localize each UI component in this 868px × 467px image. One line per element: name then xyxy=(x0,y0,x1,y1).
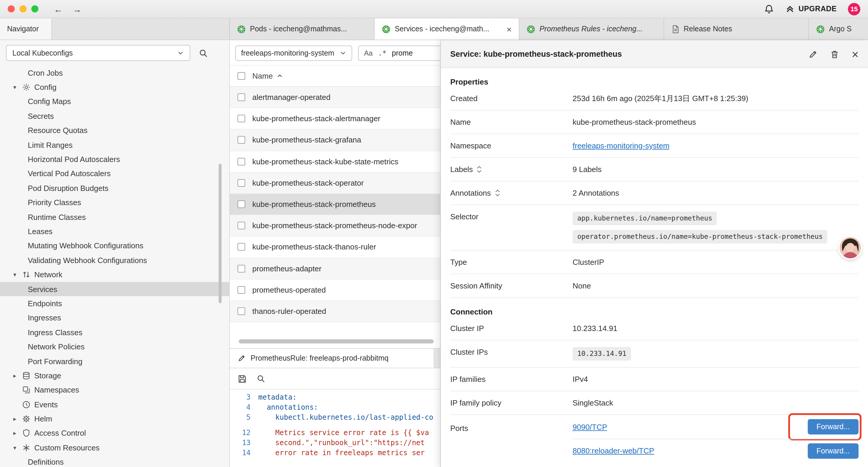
sidebar-item-label: Helm xyxy=(34,414,52,423)
sidebar-item-label: Definitions xyxy=(28,458,64,466)
detail-row-cluster-ip: Cluster IP 10.233.14.91 xyxy=(450,317,859,341)
row-value: kube-prometheus-stack-prometheus xyxy=(572,117,696,127)
row-checkbox[interactable] xyxy=(238,308,245,315)
detail-row-labels: Labels 9 Labels xyxy=(450,158,859,181)
sort-ascending-icon xyxy=(276,73,283,79)
notifications-bell-icon[interactable] xyxy=(764,4,774,14)
sidebar-item-storage[interactable]: ▸ Storage xyxy=(0,368,229,383)
tab-argo[interactable]: Argo S xyxy=(809,18,868,39)
sidebar-item-mutating-webhook-configurations[interactable]: Mutating Webhook Configurations xyxy=(0,238,229,253)
sidebar-scrollbar[interactable] xyxy=(219,164,222,303)
row-checkbox[interactable] xyxy=(238,93,245,101)
gear-icon xyxy=(22,83,31,92)
upgrade-button[interactable]: UPGRADE xyxy=(785,4,837,13)
sidebar-item-validating-webhook-configurations[interactable]: Validating Webhook Configurations xyxy=(0,253,229,267)
editor-search-icon[interactable] xyxy=(256,374,265,383)
sidebar-item-cron-jobs[interactable]: Cron Jobs xyxy=(0,66,229,80)
row-name: alertmanager-operated xyxy=(252,93,331,102)
forward-button-9090[interactable]: Forward... xyxy=(807,419,859,435)
sidebar-item-network[interactable]: ▾ Network xyxy=(0,267,229,282)
titlebar: ← → UPGRADE 15 xyxy=(0,0,868,18)
delete-trash-icon[interactable] xyxy=(831,49,839,59)
tab-label: Prometheus Rules - icecheng... xyxy=(539,25,656,33)
row-checkbox[interactable] xyxy=(238,243,245,251)
row-name: kube-prometheus-stack-grafana xyxy=(252,136,361,145)
row-name: kube-prometheus-stack-prometheus xyxy=(252,200,376,209)
sidebar-item-pod-disruption-budgets[interactable]: Pod Disruption Budgets xyxy=(0,181,229,195)
section-heading-properties: Properties xyxy=(450,78,859,87)
row-checkbox[interactable] xyxy=(238,265,245,272)
port-link-8080[interactable]: 8080:reloader-web/TCP xyxy=(572,446,654,456)
tab-services[interactable]: Services - icecheng@math... × xyxy=(375,18,519,39)
sidebar-item-secrets[interactable]: Secrets xyxy=(0,109,229,123)
close-tab-icon[interactable]: × xyxy=(506,25,512,33)
row-checkbox[interactable] xyxy=(238,179,245,187)
sidebar-item-config[interactable]: ▾ Config xyxy=(0,80,229,95)
expand-collapse-icon[interactable] xyxy=(494,189,500,197)
sidebar-item-port-forwarding[interactable]: Port Forwarding xyxy=(0,354,229,369)
sidebar-item-ingresses[interactable]: Ingresses xyxy=(0,311,229,325)
notification-count-badge[interactable]: 15 xyxy=(848,3,860,15)
row-value: ClusterIP xyxy=(572,257,604,267)
sidebar-item-vertical-pod-autoscalers[interactable]: Vertical Pod Autoscalers xyxy=(0,167,229,181)
dock-tab-prometheusrule[interactable]: PrometheusRule: freeleaps-prod-rabbitmq xyxy=(230,349,434,368)
sidebar-item-helm[interactable]: ▸ Helm xyxy=(0,412,229,426)
sidebar-item-config-maps[interactable]: Config Maps xyxy=(0,95,229,109)
sidebar-item-limit-ranges[interactable]: Limit Ranges xyxy=(0,138,229,152)
sidebar-search-icon[interactable] xyxy=(198,48,208,58)
line-code: metadata: xyxy=(258,392,297,403)
sidebar-item-label: Resource Quotas xyxy=(28,126,88,135)
row-checkbox[interactable] xyxy=(238,136,245,144)
kubeconfig-selector[interactable]: Local Kubeconfigs xyxy=(6,45,190,61)
row-checkbox[interactable] xyxy=(238,200,245,208)
back-button[interactable]: ← xyxy=(54,4,63,14)
row-checkbox[interactable] xyxy=(238,222,245,229)
sidebar-item-definitions[interactable]: Definitions xyxy=(0,455,229,467)
row-checkbox[interactable] xyxy=(238,115,245,123)
maximize-window-button[interactable] xyxy=(31,5,38,12)
drawer-header-actions: × xyxy=(809,48,859,60)
navigator-tab[interactable]: Navigator xyxy=(0,18,52,39)
name-column-header[interactable]: Name xyxy=(252,71,283,80)
minimize-window-button[interactable] xyxy=(20,5,27,12)
sidebar-item-priority-classes[interactable]: Priority Classes xyxy=(0,195,229,210)
sidebar-item-namespaces[interactable]: ▸ Namespaces xyxy=(0,383,229,397)
match-case-toggle[interactable]: Aa xyxy=(364,49,373,57)
row-checkbox[interactable] xyxy=(238,157,245,165)
sidebar-item-leases[interactable]: Leases xyxy=(0,224,229,239)
upgrade-label: UPGRADE xyxy=(799,5,837,13)
sidebar-item-network-policies[interactable]: Network Policies xyxy=(0,340,229,354)
sidebar-item-services[interactable]: Services xyxy=(0,282,229,296)
forward-button-8080[interactable]: Forward... xyxy=(807,443,859,459)
row-value[interactable]: 2 Annotations xyxy=(572,188,619,198)
horizontal-scrollbar[interactable] xyxy=(239,339,434,344)
edit-pencil-icon[interactable] xyxy=(809,49,818,59)
port-link-9090[interactable]: 9090/TCP xyxy=(572,422,607,432)
sidebar-item-custom-resources[interactable]: ▾ Custom Resources xyxy=(0,440,229,455)
tab-label: Argo S xyxy=(829,25,868,33)
save-icon[interactable] xyxy=(238,374,247,383)
row-label: Created xyxy=(450,93,572,104)
close-window-button[interactable] xyxy=(8,5,15,12)
sidebar-item-access-control[interactable]: ▸ Access Control xyxy=(0,426,229,441)
tab-prometheus-rules[interactable]: Prometheus Rules - icecheng... xyxy=(519,18,664,39)
regex-toggle[interactable]: .* xyxy=(378,49,386,57)
sidebar-item-endpoints[interactable]: Endpoints xyxy=(0,296,229,311)
expand-collapse-icon[interactable] xyxy=(476,166,483,173)
tab-pods[interactable]: Pods - icecheng@mathmas... xyxy=(230,18,375,39)
detail-row-ports: Ports 9090/TCP Forward... 8080:reloader-… xyxy=(450,415,859,462)
namespace-link[interactable]: freeleaps-monitoring-system xyxy=(572,141,670,151)
sidebar-item-events[interactable]: ▸ Events xyxy=(0,397,229,412)
sidebar-item-resource-quotas[interactable]: Resource Quotas xyxy=(0,123,229,138)
sidebar-item-horizontal-pod-autoscalers[interactable]: Horizontal Pod Autoscalers xyxy=(0,152,229,167)
sidebar-item-ingress-classes[interactable]: Ingress Classes xyxy=(0,325,229,340)
row-value[interactable]: 9 Labels xyxy=(572,164,601,174)
sidebar-item-runtime-classes[interactable]: Runtime Classes xyxy=(0,210,229,224)
tab-release-notes[interactable]: Release Notes xyxy=(664,18,809,39)
assistant-avatar[interactable] xyxy=(840,237,861,258)
select-all-checkbox[interactable] xyxy=(238,72,245,80)
row-checkbox[interactable] xyxy=(238,286,245,294)
close-drawer-icon[interactable]: × xyxy=(852,48,859,60)
forward-button[interactable]: → xyxy=(73,4,82,14)
namespace-selector[interactable]: freeleaps-monitoring-system xyxy=(235,45,352,61)
